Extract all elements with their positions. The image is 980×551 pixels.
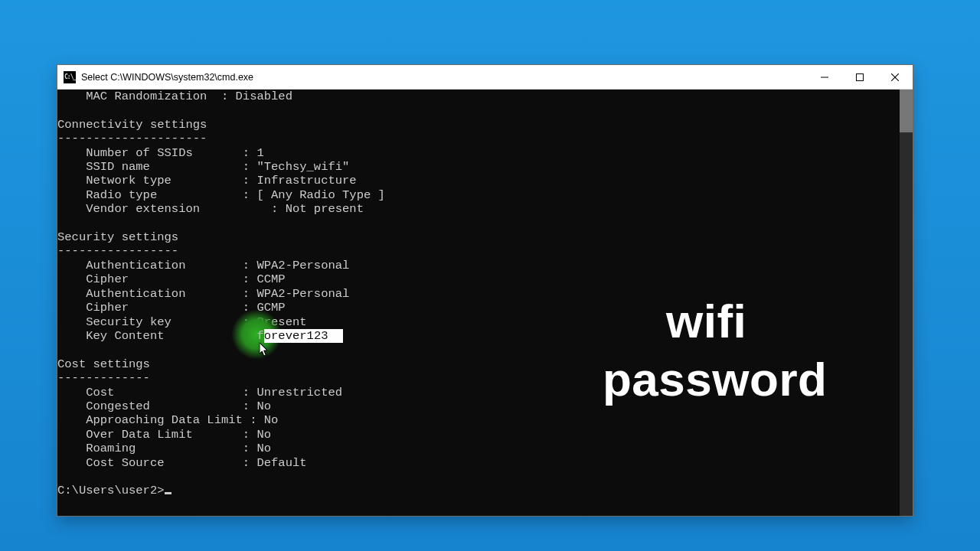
line-roaming: Roaming : No — [57, 442, 271, 455]
line-cost-source: Cost Source : Default — [57, 456, 307, 470]
key-content-first-char: f — [256, 329, 263, 343]
text-caret — [165, 492, 172, 494]
cmd-window: Select C:\WINDOWS\system32\cmd.exe MAC R… — [57, 64, 913, 517]
scrollbar-thumb[interactable] — [900, 90, 913, 132]
titlebar[interactable]: Select C:\WINDOWS\system32\cmd.exe — [57, 65, 913, 90]
heading-cost: Cost settings — [57, 357, 150, 371]
window-controls — [807, 65, 913, 89]
key-content-selection[interactable]: orever123 — [264, 329, 344, 343]
prompt[interactable]: C:\Users\user2> — [57, 484, 165, 497]
line-vendor-extension: Vendor extension : Not present — [57, 202, 364, 216]
line-authentication-1: Authentication : WPA2-Personal — [57, 259, 349, 272]
line-over-limit: Over Data Limit : No — [57, 428, 271, 442]
window-title: Select C:\WINDOWS\system32\cmd.exe — [81, 72, 807, 83]
key-content-highlight: forever123 — [256, 329, 343, 343]
line-security-key: Security key : Present — [57, 315, 307, 329]
close-button[interactable] — [877, 65, 913, 89]
line-radio-type: Radio type : [ Any Radio Type ] — [57, 188, 385, 202]
line-mac-randomization: MAC Randomization : Disabled — [57, 90, 292, 103]
maximize-button[interactable] — [842, 65, 877, 89]
cmd-icon — [64, 71, 76, 83]
overlay-text-password: password — [603, 356, 827, 403]
line-num-ssids: Number of SSIDs : 1 — [57, 146, 264, 160]
scrollbar-vertical[interactable] — [900, 90, 913, 516]
line-authentication-2: Authentication : WPA2-Personal — [57, 287, 349, 301]
overlay-text-wifi: wifi — [666, 298, 746, 345]
line-congested: Congested : No — [57, 399, 271, 413]
svg-rect-0 — [857, 73, 864, 80]
line-network-type: Network type : Infrastructure — [57, 174, 357, 187]
terminal-output[interactable]: MAC Randomization : Disabled Connectivit… — [57, 90, 900, 516]
line-cipher-2: Cipher : GCMP — [57, 301, 286, 315]
line-key-content-label: Key Content : — [57, 329, 256, 343]
heading-connectivity: Connectivity settings — [57, 118, 207, 132]
line-cost: Cost : Unrestricted — [57, 386, 342, 399]
divider-cost: ------------- — [57, 371, 150, 385]
line-ssid-name: SSID name : "Techsy_wifi" — [57, 160, 349, 174]
divider-connectivity: --------------------- — [57, 132, 207, 145]
divider-security: ----------------- — [57, 244, 178, 258]
heading-security: Security settings — [57, 230, 178, 244]
line-cipher-1: Cipher : CCMP — [57, 272, 286, 286]
line-approaching-limit: Approaching Data Limit : No — [57, 413, 278, 427]
terminal-area: MAC Randomization : Disabled Connectivit… — [57, 90, 913, 516]
minimize-button[interactable] — [807, 65, 842, 89]
